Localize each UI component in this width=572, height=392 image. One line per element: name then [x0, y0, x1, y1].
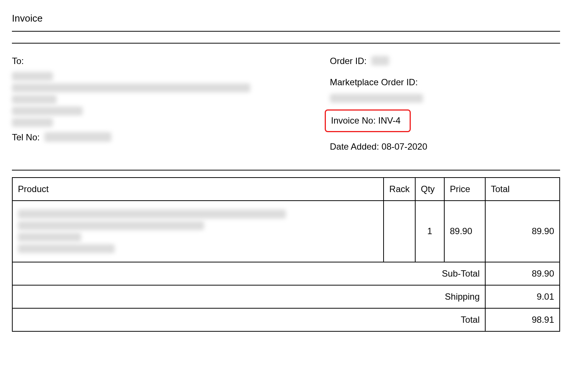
redacted-order-id — [371, 56, 389, 66]
to-label: To: — [12, 53, 322, 69]
redacted-address-line — [12, 95, 57, 104]
cell-product — [12, 201, 384, 262]
col-price: Price — [444, 178, 485, 201]
page-title: Invoice — [12, 13, 560, 24]
redacted-product-line — [18, 233, 81, 242]
date-added-label: Date Added: — [330, 141, 379, 152]
summary-row-subtotal: Sub-Total 89.90 — [12, 262, 560, 285]
tel-label: Tel No: — [12, 132, 40, 142]
table-header-row: Product Rack Qty Price Total — [12, 178, 560, 201]
col-product: Product — [12, 178, 384, 201]
tel-row: Tel No: — [12, 130, 322, 146]
summary-row-total: Total 98.91 — [12, 308, 560, 331]
date-added-row: Date Added: 08-07-2020 — [330, 139, 560, 155]
subtotal-value: 89.90 — [485, 262, 560, 285]
redacted-name — [12, 72, 53, 81]
table-row: 1 89.90 89.90 — [12, 201, 560, 262]
order-id-row: Order ID: — [330, 53, 560, 69]
divider — [12, 31, 560, 32]
total-value: 98.91 — [485, 308, 560, 331]
marketplace-order-id-row: Marketplace Order ID: — [330, 74, 560, 103]
redacted-marketplace-id — [330, 94, 423, 103]
shipping-value: 9.01 — [485, 285, 560, 308]
date-added-value: 08-07-2020 — [382, 141, 428, 152]
redacted-address-line — [12, 83, 250, 92]
invoice-no-label: Invoice No: — [331, 115, 376, 125]
cell-total: 89.90 — [485, 201, 560, 262]
order-id-label: Order ID: — [330, 56, 367, 66]
redacted-address-line — [12, 106, 83, 115]
redacted-product-line — [18, 210, 286, 219]
total-label: Total — [12, 308, 485, 331]
redacted-product-line — [18, 244, 115, 253]
cell-qty: 1 — [415, 201, 444, 262]
marketplace-order-id-label: Marketplace Order ID: — [330, 74, 560, 90]
col-rack: Rack — [384, 178, 415, 201]
summary-row-shipping: Shipping 9.01 — [12, 285, 560, 308]
line-items-table: Product Rack Qty Price Total 1 89.90 89.… — [12, 177, 560, 332]
cell-price: 89.90 — [444, 201, 485, 262]
col-total: Total — [485, 178, 560, 201]
redacted-product-line — [18, 221, 204, 230]
redacted-phone — [44, 132, 111, 142]
invoice-no-value: INV-4 — [378, 115, 400, 125]
shipping-label: Shipping — [12, 285, 485, 308]
redacted-address-line — [12, 118, 53, 127]
subtotal-label: Sub-Total — [12, 262, 485, 285]
cell-rack — [384, 201, 415, 262]
invoice-no-highlight: Invoice No: INV-4 — [325, 109, 411, 132]
col-qty: Qty — [415, 178, 444, 201]
